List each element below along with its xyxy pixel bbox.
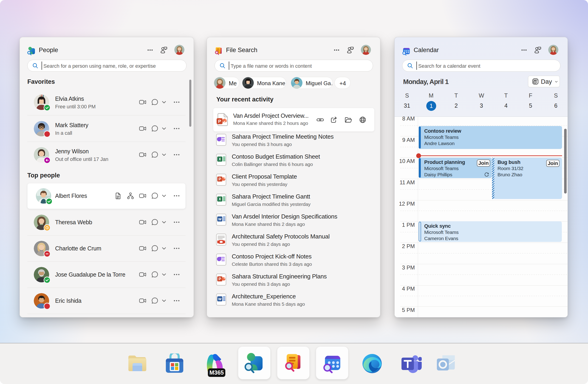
svg-text:W: W [218, 297, 222, 301]
svg-text:W: W [218, 217, 222, 221]
svg-text:P: P [219, 277, 221, 281]
svg-text:X: X [219, 197, 221, 201]
svg-text:P: P [218, 119, 221, 124]
svg-text:P: P [219, 177, 221, 181]
svg-text:X: X [219, 157, 221, 161]
